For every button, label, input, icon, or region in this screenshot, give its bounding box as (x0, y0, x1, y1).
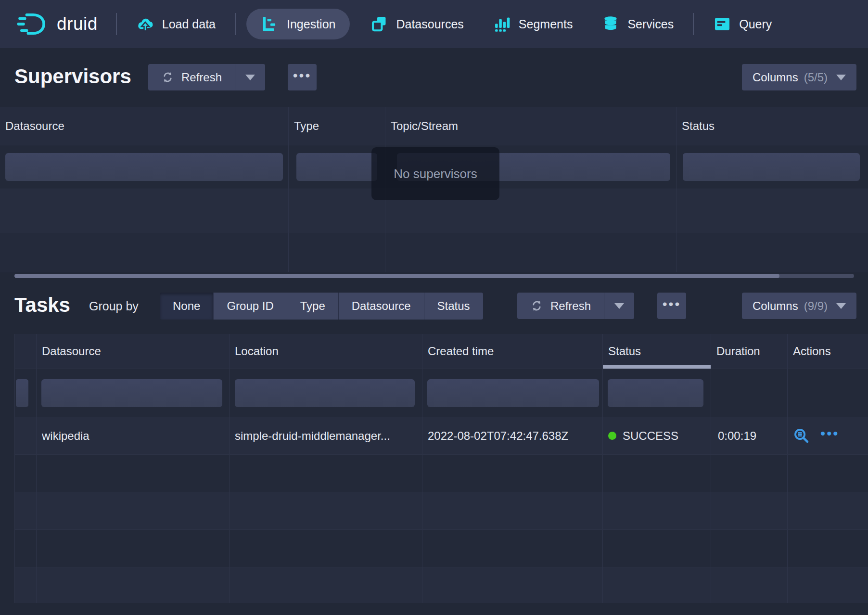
nav-item-label: Segments (519, 17, 573, 31)
column-header-actions[interactable]: Actions (788, 334, 868, 369)
nav-divider (693, 13, 694, 35)
task-preview-icon[interactable] (793, 427, 810, 444)
table-cell (385, 232, 677, 272)
tasks-refresh-button[interactable]: Refresh (517, 293, 604, 319)
group-by-none-button[interactable]: None (160, 293, 213, 320)
task-location-cell: simple-druid-middlemanager... (230, 417, 422, 454)
nav-item-load-data[interactable]: Load data (122, 0, 230, 48)
supervisors-more-button[interactable]: ••• (288, 64, 317, 90)
nav-item-label: Datasources (396, 17, 463, 31)
task-created-time-filter-input[interactable] (427, 379, 599, 407)
no-supervisors-message: No supervisors (371, 147, 499, 200)
column-header-datasource[interactable]: Datasource (0, 107, 289, 145)
more-icon: ••• (293, 76, 311, 79)
column-header-location[interactable]: Location (230, 334, 422, 369)
nav-item-datasources[interactable]: Datasources (356, 0, 478, 48)
column-header-created-time[interactable]: Created time (422, 334, 603, 369)
nav-divider (116, 13, 117, 35)
column-header-duration[interactable]: Duration (711, 334, 788, 369)
task-status-cell: SUCCESS (603, 417, 711, 454)
column-header-status[interactable]: Status (603, 334, 711, 369)
scrollbar-thumb[interactable] (14, 274, 779, 278)
ingestion-icon (261, 15, 279, 33)
supervisor-datasource-filter-input[interactable] (5, 153, 283, 181)
nav-item-ingestion[interactable]: Ingestion (246, 9, 350, 39)
task-hidden-column-filter-input[interactable] (16, 379, 28, 407)
supervisors-refresh-split-button: Refresh (148, 64, 265, 90)
nav-item-label: Query (739, 17, 772, 31)
column-header-status[interactable]: Status (677, 107, 868, 145)
table-cell (0, 232, 289, 272)
table-row (15, 492, 868, 530)
druid-brand[interactable]: druid (17, 12, 98, 36)
nav-item-services[interactable]: Services (587, 0, 688, 48)
task-datasource-filter-input[interactable] (41, 379, 222, 407)
supervisors-columns-button[interactable]: Columns (5/5) (742, 64, 856, 90)
columns-count: (5/5) (804, 71, 828, 84)
group-by-datasource-button[interactable]: Datasource (338, 293, 424, 320)
group-by-status-button[interactable]: Status (424, 293, 483, 320)
success-status-icon (608, 432, 616, 440)
group-by-button-group: None Group ID Type Datasource Status (160, 293, 483, 320)
refresh-label: Refresh (550, 299, 591, 313)
column-header-datasource[interactable]: Datasource (37, 334, 230, 369)
supervisors-header-row: Datasource Type Topic/Stream Status (0, 107, 868, 145)
supervisors-refresh-button[interactable]: Refresh (148, 64, 235, 90)
refresh-icon (530, 299, 543, 312)
nav-divider (235, 13, 236, 35)
task-duration-cell: 0:00:19 (711, 417, 788, 454)
nav-item-query[interactable]: Query (699, 0, 786, 48)
group-by-type-button[interactable]: Type (287, 293, 338, 320)
task-actions-cell: ••• (788, 417, 868, 454)
supervisor-status-filter-input[interactable] (683, 153, 860, 181)
task-datasource-cell: wikipedia (37, 417, 230, 454)
table-row (15, 530, 868, 567)
task-created-time-cell: 2022-08-02T07:42:47.638Z (422, 417, 603, 454)
table-cell (0, 189, 289, 232)
table-cell (788, 369, 868, 417)
horizontal-scrollbar[interactable] (14, 274, 854, 278)
group-by-group-id-button[interactable]: Group ID (213, 293, 286, 320)
table-row (0, 232, 868, 272)
tasks-more-button[interactable]: ••• (657, 293, 686, 319)
task-more-actions-icon[interactable]: ••• (820, 434, 839, 438)
nav-item-label: Load data (162, 17, 216, 31)
tasks-refresh-split-button: Refresh (517, 293, 634, 319)
chevron-down-icon (245, 75, 255, 80)
supervisors-header: Supervisors Refresh ••• Columns (5/5) (0, 48, 868, 107)
druid-logo-icon (17, 12, 49, 36)
tasks-filter-row (15, 369, 868, 417)
services-icon (601, 15, 620, 33)
segments-icon (493, 15, 511, 33)
status-text: SUCCESS (623, 429, 678, 443)
task-location-filter-input[interactable] (235, 379, 415, 407)
table-cell (289, 189, 385, 232)
table-cell (289, 232, 385, 272)
chevron-down-icon (614, 303, 624, 309)
supervisor-type-filter-input[interactable] (296, 153, 377, 181)
table-row (15, 567, 868, 603)
nav-item-segments[interactable]: Segments (478, 0, 587, 48)
table-cell (677, 232, 868, 272)
table-cell (677, 189, 868, 232)
nav-item-label: Services (627, 17, 674, 31)
query-icon (713, 15, 731, 33)
supervisors-title: Supervisors (14, 65, 131, 88)
task-status-filter-input[interactable] (608, 379, 703, 407)
table-row (15, 455, 868, 492)
tasks-table: Datasource Location Created time Status … (14, 334, 868, 603)
chevron-down-icon (836, 75, 846, 80)
top-nav: druid Load data Ingestion (0, 0, 868, 48)
supervisors-refresh-dropdown-button[interactable] (235, 64, 265, 90)
task-row-wikipedia[interactable]: wikipedia simple-druid-middlemanager... … (15, 417, 868, 455)
column-header-topic-stream[interactable]: Topic/Stream (385, 107, 677, 145)
column-header-type[interactable]: Type (289, 107, 385, 145)
column-header-clipped[interactable] (15, 334, 37, 369)
druid-console: druid Load data Ingestion (0, 0, 868, 615)
columns-label: Columns (753, 299, 798, 313)
columns-count: (9/9) (804, 299, 828, 313)
tasks-refresh-dropdown-button[interactable] (604, 293, 634, 319)
cloud-upload-icon (136, 15, 154, 33)
tasks-columns-button[interactable]: Columns (9/9) (742, 293, 856, 319)
tasks-header: Tasks Group by None Group ID Type Dataso… (0, 278, 868, 334)
